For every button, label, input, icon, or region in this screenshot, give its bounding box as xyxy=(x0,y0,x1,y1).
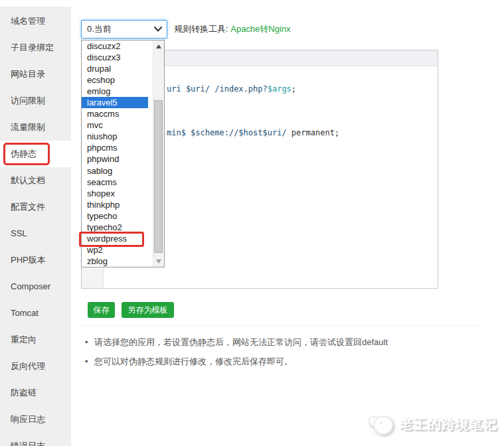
sidebar-item-7[interactable]: 配置文件 xyxy=(0,194,71,220)
dropdown-option-emlog[interactable]: emlog xyxy=(82,86,148,97)
help-notes: •请选择您的应用，若设置伪静态后，网站无法正常访问，请尝试设置回default•… xyxy=(85,336,457,375)
sidebar-item-label: SSL xyxy=(11,228,27,238)
rewrite-template-select[interactable]: 0.当前 xyxy=(81,20,167,38)
dropdown-option-thinkphp[interactable]: thinkphp xyxy=(82,199,148,210)
sidebar-item-14[interactable]: 防盗链 xyxy=(0,380,71,406)
dropdown-option-drupal[interactable]: drupal xyxy=(82,63,148,74)
sidebar-item-label: 配置文件 xyxy=(11,202,45,212)
sidebar-item-label: 子目录绑定 xyxy=(11,42,54,52)
sidebar-item-2[interactable]: 网站目录 xyxy=(0,61,71,88)
sidebar-item-4[interactable]: 流量限制 xyxy=(0,114,71,141)
sidebar-item-1[interactable]: 子目录绑定 xyxy=(0,35,71,61)
rewrite-template-dropdown-list: discuzx2discuzx3drupalecshopemloglaravel… xyxy=(81,40,165,267)
sidebar-item-label: 响应日志 xyxy=(11,414,45,424)
divider xyxy=(81,325,479,326)
code-token: permanent; xyxy=(292,128,339,137)
dropdown-option-laravel5[interactable]: laravel5 xyxy=(82,97,148,108)
dropdown-option-shopex[interactable]: shopex xyxy=(82,188,148,199)
code-line-0: uri $uri/ /index.php?$args; xyxy=(167,84,296,94)
sidebar-item-label: 重定向 xyxy=(11,334,37,344)
cat-logo-icon xyxy=(365,411,396,437)
watermark-text: 老王的跨境笔记 xyxy=(400,415,497,433)
dropdown-option-phpwind[interactable]: phpwind xyxy=(82,153,148,165)
sidebar-item-label: PHP版本 xyxy=(11,255,46,265)
sidebar-item-10[interactable]: Composer xyxy=(0,273,71,300)
sidebar-item-3[interactable]: 访问限制 xyxy=(0,88,71,114)
dropdown-option-discuzx3[interactable]: discuzx3 xyxy=(82,52,148,63)
dropdown-option-wp2[interactable]: wp2 xyxy=(82,244,148,256)
note-text: 请选择您的应用，若设置伪静态后，网站无法正常访问，请尝试设置回default xyxy=(94,336,388,348)
scrollbar-thumb[interactable] xyxy=(154,100,163,253)
sidebar-item-label: 访问限制 xyxy=(11,96,45,106)
chevron-down-icon xyxy=(154,27,162,32)
sidebar-item-label: 反向代理 xyxy=(11,361,45,371)
page-root: { "colors": { "green": "#23a33c", "annot… xyxy=(0,0,504,446)
note-row-0: •请选择您的应用，若设置伪静态后，网站无法正常访问，请尝试设置回default xyxy=(85,336,457,348)
dropdown-option-niushop[interactable]: niushop xyxy=(82,131,148,142)
sidebar-item-8[interactable]: SSL xyxy=(0,220,71,247)
sidebar-item-13[interactable]: 反向代理 xyxy=(0,353,71,380)
bullet-icon: • xyxy=(85,356,94,368)
sidebar-item-16[interactable]: 错误日志 xyxy=(0,433,71,446)
dropdown-option-sablog[interactable]: sablog xyxy=(82,165,148,177)
sidebar-item-label: 防盗链 xyxy=(11,388,37,398)
save-button[interactable]: 保存 xyxy=(88,302,115,318)
rule-convert-tool: 规则转换工具: Apache转Nginx xyxy=(174,20,291,38)
watermark: 老王的跨境笔记 xyxy=(365,411,497,437)
dropdown-option-ecshop[interactable]: ecshop xyxy=(82,74,148,86)
sidebar-item-12[interactable]: 重定向 xyxy=(0,327,71,353)
dropdown-option-wordpress[interactable]: wordpress xyxy=(82,233,148,244)
apache-to-nginx-link[interactable]: Apache转Nginx xyxy=(230,24,290,34)
sidebar-item-5[interactable]: 伪静态 xyxy=(0,141,71,167)
sidebar-item-label: Composer xyxy=(11,281,50,291)
bullet-icon: • xyxy=(85,336,94,348)
dropdown-scrollbar[interactable] xyxy=(153,40,164,267)
dropdown-option-zblog[interactable]: zblog xyxy=(82,256,148,267)
dropdown-option-phpcms[interactable]: phpcms xyxy=(82,142,148,153)
sidebar-item-label: 错误日志 xyxy=(11,441,45,446)
sidebar-item-6[interactable]: 默认文档 xyxy=(0,167,71,194)
rule-convert-tool-label: 规则转换工具: xyxy=(174,24,230,34)
code-line-1: min$ $scheme://$host$uri/ permanent; xyxy=(167,127,339,138)
sidebar-item-label: 流量限制 xyxy=(11,122,45,132)
dropdown-options: discuzx2discuzx3drupalecshopemloglaravel… xyxy=(82,40,164,267)
sidebar-item-label: 域名管理 xyxy=(11,16,45,26)
code-token: $args xyxy=(268,84,292,94)
sidebar-item-0[interactable]: 域名管理 xyxy=(0,8,71,35)
dropdown-option-mvc[interactable]: mvc xyxy=(82,119,148,131)
note-row-1: •您可以对伪静态规则进行修改，修改完后保存即可。 xyxy=(85,356,457,368)
dropdown-option-seacms[interactable]: seacms xyxy=(82,177,148,188)
dropdown-option-typecho[interactable]: typecho xyxy=(82,210,148,222)
sidebar-item-label: 默认文档 xyxy=(11,175,45,185)
sidebar-item-11[interactable]: Tomcat xyxy=(0,300,71,327)
scroll-up-icon[interactable] xyxy=(153,41,164,51)
rewrite-template-select-value: 0.当前 xyxy=(82,23,154,35)
code-token: uri $uri/ /index.php? xyxy=(167,84,268,94)
dropdown-option-maccms[interactable]: maccms xyxy=(82,108,148,119)
code-token: min$ $scheme://$host$uri/ xyxy=(167,128,292,137)
note-text: 您可以对伪静态规则进行修改，修改完后保存即可。 xyxy=(94,356,293,368)
sidebar-item-9[interactable]: PHP版本 xyxy=(0,247,71,273)
sidebar-item-label: 网站目录 xyxy=(11,69,45,79)
dropdown-option-typecho2[interactable]: typecho2 xyxy=(82,222,148,233)
scroll-down-icon[interactable] xyxy=(153,256,164,266)
dropdown-option-discuzx2[interactable]: discuzx2 xyxy=(82,40,148,52)
sidebar-nav: 域名管理子目录绑定网站目录访问限制流量限制伪静态默认文档配置文件SSLPHP版本… xyxy=(0,7,71,446)
sidebar-item-label: Tomcat xyxy=(11,308,39,318)
save-as-template-button[interactable]: 另存为模板 xyxy=(122,302,174,318)
sidebar-item-15[interactable]: 响应日志 xyxy=(0,406,71,433)
sidebar-item-label: 伪静态 xyxy=(11,149,37,159)
code-token: ; xyxy=(292,84,296,94)
